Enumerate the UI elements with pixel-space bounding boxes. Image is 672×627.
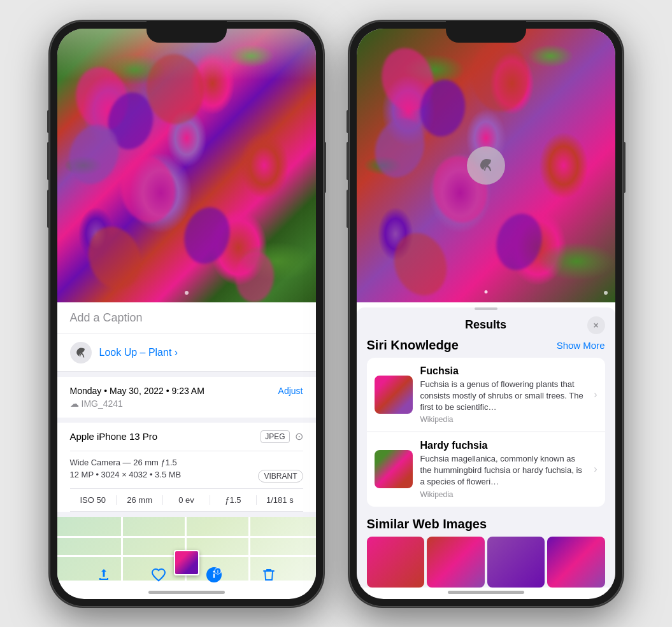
fuchsia-content: Fuchsia Fuchsia is a genus of flowering … <box>420 365 587 425</box>
map-road-h1 <box>57 536 316 538</box>
trash-icon <box>262 567 276 582</box>
results-panel: Results × Siri Knowledge Show More <box>357 307 615 588</box>
right-phone-frame: Results × Siri Knowledge Show More <box>349 21 623 607</box>
svg-text:i: i <box>217 569 218 574</box>
similar-section: Similar Web Images <box>357 512 615 588</box>
caption-input[interactable]: Add a Caption <box>57 302 316 334</box>
knowledge-item-hardy[interactable]: Hardy fuchsia Fuchsia magellanica, commo… <box>367 432 605 507</box>
home-bar-left <box>148 591 225 594</box>
hardy-chevron: › <box>594 463 597 475</box>
hardy-name: Hardy fuchsia <box>420 440 587 451</box>
spec-iso: ISO 50 <box>70 495 117 505</box>
show-more-button[interactable]: Show More <box>557 340 605 351</box>
fuchsia-desc: Fuchsia is a genus of flowering plants t… <box>420 379 587 414</box>
siri-knowledge-title: Siri Knowledge <box>367 338 459 353</box>
volume-up-button <box>47 142 50 180</box>
camera-section: Apple iPhone 13 Pro JPEG ⊙ Wide Camera —… <box>57 423 316 512</box>
close-icon: × <box>593 320 598 330</box>
similar-img-2[interactable] <box>427 537 485 588</box>
lookup-icon <box>70 342 92 363</box>
right-phone-screen: Results × Siri Knowledge Show More <box>357 29 615 599</box>
metadata-section: Monday • May 30, 2022 • 9:23 AM Adjust ☁… <box>57 377 316 418</box>
share-icon <box>96 567 111 582</box>
share-button[interactable] <box>92 563 115 586</box>
photo-page-dot <box>185 291 189 295</box>
adjust-button[interactable]: Adjust <box>278 386 303 396</box>
similar-img-3[interactable] <box>487 537 545 588</box>
camera-specs: ISO 50 26 mm 0 ev ƒ1.5 1/181 s <box>70 489 303 512</box>
knowledge-card: Fuchsia Fuchsia is a genus of flowering … <box>367 358 605 507</box>
location-icon: ⊙ <box>295 430 303 442</box>
volume-down-button <box>47 190 50 228</box>
similar-img-4[interactable] <box>547 537 605 588</box>
camera-details: Wide Camera — 26 mm ƒ1.5 12 MP • 3024 × … <box>70 451 303 489</box>
right-mute-button <box>347 110 349 133</box>
home-bar-right <box>448 591 524 594</box>
knowledge-item-fuchsia[interactable]: Fuchsia Fuchsia is a genus of flowering … <box>367 358 605 433</box>
camera-badges: JPEG ⊙ <box>261 430 303 443</box>
hardy-thumbnail <box>375 450 413 488</box>
leaf-search-icon <box>477 157 495 174</box>
cloud-icon: ☁ <box>70 398 79 409</box>
fuchsia-chevron: › <box>594 389 597 400</box>
vibrant-badge: VIBRANT <box>258 470 303 483</box>
delete-button[interactable] <box>257 563 280 586</box>
right-volume-up-button <box>347 142 349 180</box>
info-button[interactable]: i <box>203 563 225 586</box>
left-phone-screen: Add a Caption Look Up – Plant › <box>57 29 316 599</box>
similar-title: Similar Web Images <box>367 517 605 532</box>
spec-focal: 26 mm <box>117 495 163 505</box>
spec-aperture: ƒ1.5 <box>210 495 257 505</box>
power-button <box>324 142 326 193</box>
lookup-label: Look Up – Plant › <box>99 347 178 358</box>
similar-images-row <box>367 537 605 588</box>
hardy-desc: Fuchsia magellanica, commonly known as t… <box>420 453 587 488</box>
lookup-row[interactable]: Look Up – Plant › <box>57 334 316 372</box>
mute-button <box>47 110 50 133</box>
siri-section-header: Siri Knowledge Show More <box>367 338 605 353</box>
svg-rect-2 <box>213 574 215 578</box>
phones-container: Add a Caption Look Up – Plant › <box>37 8 636 619</box>
leaf-icon <box>75 347 87 358</box>
siri-knowledge-section: Siri Knowledge Show More Fuchsia Fuchsia… <box>357 338 615 512</box>
fuchsia-source: Wikipedia <box>420 415 587 424</box>
metadata-date: Monday • May 30, 2022 • 9:23 AM <box>70 386 204 396</box>
lookup-subject: Plant › <box>148 347 178 358</box>
fuchsia-thumbnail <box>375 376 413 414</box>
hardy-source: Wikipedia <box>420 490 587 499</box>
hardy-content: Hardy fuchsia Fuchsia magellanica, commo… <box>420 440 587 499</box>
fuchsia-name: Fuchsia <box>420 365 587 377</box>
photo-info-area: Add a Caption Look Up – Plant › <box>57 302 316 581</box>
left-phone-frame: Add a Caption Look Up – Plant › <box>50 21 324 607</box>
right-page-dot <box>604 291 608 295</box>
close-button[interactable]: × <box>587 316 605 334</box>
left-photo-area[interactable] <box>57 29 316 302</box>
camera-detail-line2: 12 MP • 3024 × 4032 • 3.5 MB VIBRANT <box>70 470 303 479</box>
visual-search-dot <box>484 290 487 293</box>
caption-placeholder: Add a Caption <box>70 311 143 324</box>
heart-icon <box>151 567 166 582</box>
visual-search-button[interactable] <box>467 146 505 185</box>
right-photo-area <box>357 29 615 302</box>
camera-name: Apple iPhone 13 Pro <box>70 431 158 442</box>
similar-img-1[interactable] <box>367 537 425 588</box>
favorite-button[interactable] <box>147 563 170 586</box>
bottom-toolbar: i <box>57 563 316 586</box>
camera-detail-line1: Wide Camera — 26 mm ƒ1.5 <box>70 458 303 467</box>
results-header: Results × <box>357 310 615 338</box>
right-power-button <box>623 142 626 193</box>
camera-model-row: Apple iPhone 13 Pro JPEG ⊙ <box>70 423 303 451</box>
format-badge: JPEG <box>261 430 289 443</box>
spec-ev: 0 ev <box>163 495 210 505</box>
info-icon: i <box>205 566 223 584</box>
metadata-filename: ☁ IMG_4241 <box>70 398 303 409</box>
results-title: Results <box>465 318 506 332</box>
metadata-date-row: Monday • May 30, 2022 • 9:23 AM Adjust <box>70 386 303 396</box>
spec-shutter: 1/181 s <box>257 495 303 505</box>
right-volume-down-button <box>347 190 349 228</box>
